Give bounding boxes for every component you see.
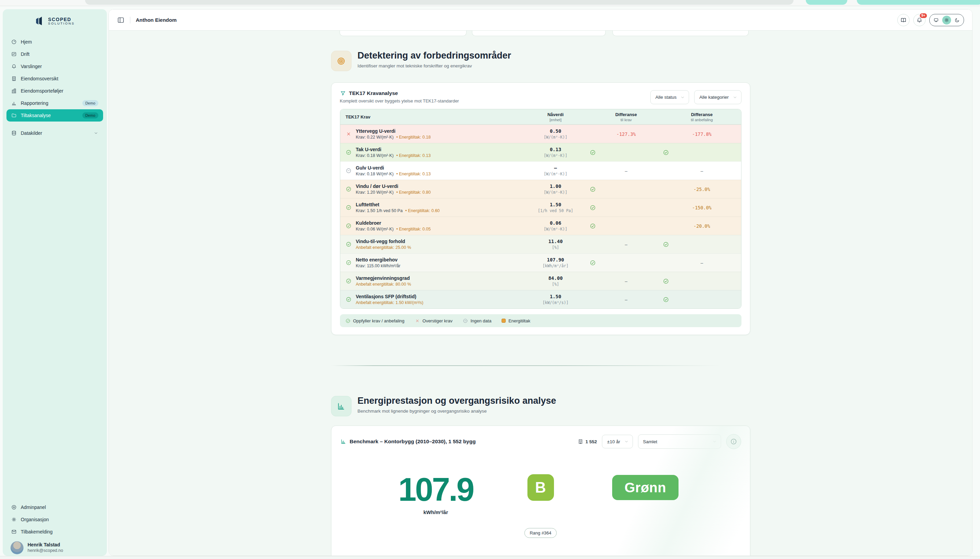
theme-switcher [929, 14, 964, 26]
requirement-name: Vindu / dør U-verdi [356, 184, 431, 189]
user-profile[interactable]: Henrik Talstad henrik@scoped.no [7, 538, 103, 554]
diff-to-recommendation: – [701, 169, 703, 174]
current-value: 0.13 [521, 147, 590, 152]
logo-line1: SCOPED [48, 17, 74, 22]
requirement-name: Tak U-verdi [356, 147, 431, 152]
requirement-name: Yttervegg U-verdi [356, 128, 431, 134]
sidebar-item-hjem[interactable]: Hjem [7, 36, 103, 48]
chevron-down-icon [733, 95, 737, 100]
energy-grade-stat: B [488, 473, 593, 501]
transition-risk-badge: Grønn [612, 475, 678, 500]
page-title: Anthon Eiendom [136, 17, 177, 23]
check-circle-icon [345, 318, 350, 323]
filter-funnel-icon [340, 90, 346, 96]
sidebar-item-varslinger[interactable]: Varslinger [7, 60, 103, 73]
mail-icon [11, 529, 16, 534]
sidebar-item-eiendomsoversikt[interactable]: Eiendomsoversikt [7, 73, 103, 85]
bar-chart-icon [340, 438, 346, 445]
table-row: Varmegjenvinningsgrad Anbefalt energitil… [340, 272, 741, 290]
current-value: 1.00 [521, 184, 590, 189]
check-circle-icon [663, 241, 669, 248]
check-circle-icon [663, 278, 669, 284]
check-circle-icon [346, 205, 351, 210]
category-filter-select[interactable]: Alle kategorier [694, 90, 741, 104]
x-icon [415, 318, 420, 323]
sidebar-item-organisasjon[interactable]: Organisasjon [7, 513, 103, 526]
requirement-name: Kuldebroer [356, 220, 431, 226]
benchmark-card: Benchmark – Kontorbygg (2010–2030), 1 55… [331, 425, 750, 556]
sidebar-item-adminpanel[interactable]: Adminpanel [7, 501, 103, 513]
activity-icon [11, 51, 16, 57]
sidebar-item-label: Varslinger [21, 64, 42, 69]
current-value: – [521, 165, 590, 170]
col-header: Differanse [663, 112, 741, 117]
bell-icon [11, 64, 16, 69]
rank-badge: Rang #364 [525, 528, 557, 538]
current-value: 1.50 [521, 202, 590, 207]
sidebar-item-tilbakemelding[interactable]: Tilbakemelding [7, 526, 103, 538]
check-circle-icon [346, 241, 351, 247]
table-row: Netto energibehov Krav: 115.00 kWh/m²/år… [340, 253, 741, 272]
sidebar-item-label: Tiltaksanalyse [21, 113, 51, 118]
sidebar-item-datakilder[interactable]: Datakilder [7, 127, 103, 139]
notification-count-badge: 9+ [919, 13, 927, 19]
sidebar-toggle-button[interactable] [117, 17, 125, 24]
x-icon [346, 131, 351, 137]
energy-intensity-value: 107.9 [398, 476, 473, 503]
current-value: 84.00 [521, 275, 590, 281]
status-filter-select[interactable]: Alle status [650, 90, 689, 104]
year-range-select[interactable]: ±10 år [602, 435, 633, 448]
requirement-name: Vindu-til-vegg forhold [356, 239, 411, 244]
sidebar-item-rapportering[interactable]: Rapportering Demo [7, 97, 103, 109]
sidebar-item-label: Adminpanel [21, 504, 46, 510]
theme-light-button[interactable] [942, 16, 951, 25]
table-legend: Oppfyller krav / anbefaling Overstiger k… [340, 314, 741, 327]
table-row: Ventilasjons SFP (driftstid) Anbefalt en… [340, 290, 741, 308]
buildings-icon [11, 88, 16, 94]
book-open-icon [900, 17, 906, 23]
view-mode-select[interactable]: Samlet [638, 434, 721, 449]
legend-item-nodata: Ingen data [463, 318, 492, 323]
sidebar-item-eiendomsportefoljer[interactable]: Eiendomsporteføljer [7, 85, 103, 97]
theme-dark-button[interactable] [953, 16, 962, 25]
database-icon [11, 131, 16, 136]
logo: SCOPED SOLUTIONS [3, 16, 107, 26]
section-subtitle: Benchmark mot lignende bygninger og over… [358, 408, 556, 413]
demo-badge: Demo [82, 112, 98, 119]
check-circle-icon [590, 260, 596, 266]
bullseye-icon [337, 56, 346, 66]
current-value: 107.90 [521, 257, 590, 263]
cutoff-card [340, 31, 467, 36]
demo-badge: Demo [82, 100, 98, 106]
section-header-tek17: Detektering av forbedringsområder Identi… [331, 51, 750, 71]
col-header-sub: til anbefaling [663, 118, 741, 122]
notifications-button[interactable]: 9+ [913, 14, 926, 26]
section-divider [331, 365, 750, 366]
sidebar-item-tiltaksanalyse[interactable]: Tiltaksanalyse Demo [7, 109, 103, 122]
avatar [10, 541, 23, 554]
diff-to-requirement: – [625, 169, 627, 174]
info-button[interactable] [726, 434, 741, 449]
diff-to-recommendation: -150.0% [692, 205, 711, 210]
table-row: Lufttetthet Krav: 1.50 1/h ved 50 Pa• En… [340, 198, 741, 217]
legend-item-energitiltak: Energitiltak [502, 318, 530, 323]
table-row: Kuldebroer Krav: 0.06 W/(m²·K)• Energiti… [340, 217, 741, 235]
section-title: Energiprestasjon og overgangsrisiko anal… [358, 396, 556, 406]
check-circle-icon [590, 223, 596, 229]
check-circle-icon [346, 186, 351, 192]
docs-button[interactable] [898, 14, 909, 26]
energy-intensity-stat: 107.9 kWh/m²/år [383, 473, 488, 515]
orange-square-icon [502, 319, 506, 323]
legend-item-pass: Oppfyller krav / anbefaling [345, 318, 404, 323]
theme-system-button[interactable] [932, 16, 940, 25]
col-header: TEK17 Krav [340, 114, 371, 119]
section-icon-tile [331, 51, 351, 71]
table-row: Yttervegg U-verdi Krav: 0.22 W/(m²·K)• E… [340, 125, 741, 143]
requirement-name: Gulv U-verdi [356, 165, 431, 170]
panel-left-icon [117, 17, 125, 24]
browser-toolbar-edge [0, 0, 980, 6]
user-email: henrik@scoped.no [28, 548, 63, 554]
sidebar-item-drift[interactable]: Drift [7, 48, 103, 60]
current-value: 0.06 [521, 220, 590, 226]
building-icon [11, 76, 16, 81]
